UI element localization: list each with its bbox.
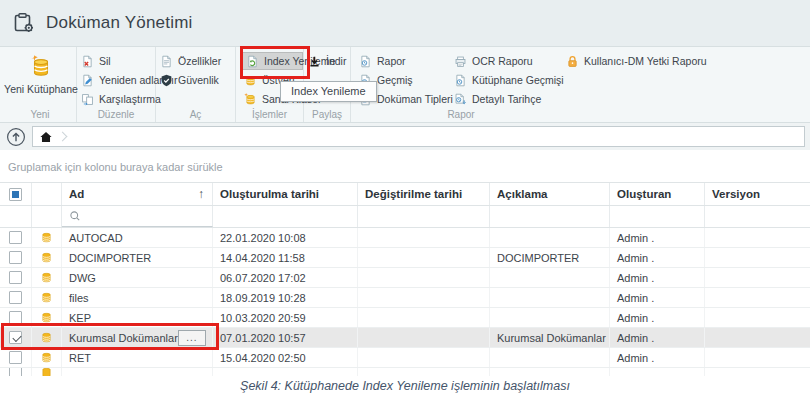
properties-button[interactable]: Özellikler: [156, 52, 235, 70]
cell-version: [705, 328, 810, 347]
table-row-partial[interactable]: [0, 368, 810, 376]
column-header-name[interactable]: Ad ↑: [62, 183, 213, 205]
table-row-selected[interactable]: Kurumsal Dokümanlar ... 07.01.2020 10:57…: [0, 328, 810, 348]
cell-modified: [358, 348, 490, 367]
cell-modified: [358, 308, 490, 327]
figure-caption: Şekil 4: Kütüphanede Index Yenileme işle…: [0, 379, 810, 393]
ribbon-toolbar: Yeni Kütüphane Yeni Sil Ye: [0, 47, 810, 123]
sort-ascending-icon[interactable]: ↑: [198, 187, 204, 201]
table-row[interactable]: AUTOCAD 22.01.2020 10:08 Admin .: [0, 228, 810, 248]
cell-created: 15.04.2020 02:50: [213, 348, 358, 367]
cell-modified: [358, 228, 490, 247]
cell-created: 14.04.2020 11:58: [213, 248, 358, 267]
cell-description: [490, 268, 610, 287]
filter-row: [0, 206, 810, 228]
row-checkbox[interactable]: [9, 368, 22, 376]
created-filter-input[interactable]: [213, 206, 358, 227]
cell-creator: Admin .: [610, 308, 705, 327]
properties-icon: [160, 55, 173, 68]
new-library-button[interactable]: Yeni Kütüphane: [4, 52, 78, 96]
cell-version: [705, 348, 810, 367]
column-header-modified[interactable]: Değiştirilme tarihi: [358, 183, 490, 205]
up-button[interactable]: [6, 127, 26, 147]
detailed-history-button[interactable]: Detaylı Tarihçe: [450, 90, 560, 108]
cell-name: files: [62, 288, 213, 307]
table-header-row: Ad ↑ Oluşturulma tarihi Değiştirilme tar…: [0, 182, 810, 206]
library-icon: [40, 351, 53, 364]
ocr-report-button[interactable]: OCR Raporu: [450, 52, 560, 70]
select-all-checkbox[interactable]: [9, 188, 22, 201]
rename-button[interactable]: Yeniden adlandır: [77, 71, 155, 89]
row-checkbox[interactable]: [9, 351, 22, 364]
cell-description: Kurumsal Dokümanlar: [490, 328, 610, 347]
group-by-bar[interactable]: Gruplamak için kolonu buraya kadar sürük…: [0, 150, 810, 182]
cell-description: [490, 228, 610, 247]
index-refresh-button[interactable]: Index Yenileme: [241, 52, 303, 70]
cell-creator: Admin .: [610, 288, 705, 307]
group-label-duzenle: Düzenle: [77, 109, 155, 120]
table-row[interactable]: DWG 06.07.2020 17:02 Admin .: [0, 268, 810, 288]
library-history-button[interactable]: Kütüphane Geçmişi: [450, 71, 560, 89]
ribbon-group-ac: Özellikler Güvenlik Aç: [156, 47, 236, 122]
group-label-yeni: Yeni: [4, 109, 76, 120]
creator-filter-input[interactable]: [610, 206, 705, 227]
cell-version: [705, 288, 810, 307]
row-checkbox[interactable]: [9, 251, 22, 264]
library-icon: [40, 368, 53, 376]
breadcrumb-chevron-icon: [58, 132, 68, 142]
database-new-icon: [28, 54, 54, 80]
cell-name: Kurumsal Dokümanlar ...: [62, 328, 213, 347]
download-button[interactable]: İndir: [304, 52, 350, 70]
document-management-window: Doküman Yönetimi Yeni Kütüphane Yeni: [0, 0, 810, 402]
library-icon: [40, 271, 53, 284]
column-header-created[interactable]: Oluşturulma tarihi: [213, 183, 358, 205]
cell-modified: [358, 328, 490, 347]
cell-created: 10.03.2020 20:59: [213, 308, 358, 327]
cell-creator: Admin .: [610, 348, 705, 367]
cell-description: [490, 348, 610, 367]
ocr-report-icon: [454, 55, 467, 68]
row-checkbox[interactable]: [9, 291, 22, 304]
report-icon: [359, 55, 372, 68]
delete-button[interactable]: Sil: [77, 52, 155, 70]
row-checkbox[interactable]: [9, 311, 22, 324]
row-checkbox[interactable]: [9, 231, 22, 244]
delete-icon: [81, 55, 94, 68]
icon-column-header[interactable]: [32, 183, 62, 205]
row-checkbox[interactable]: [9, 271, 22, 284]
name-filter-input[interactable]: [62, 206, 213, 227]
table-row[interactable]: RET 15.04.2020 02:50 Admin .: [0, 348, 810, 368]
library-icon: [40, 231, 53, 244]
library-icon: [40, 291, 53, 304]
column-header-description[interactable]: Açıklama: [490, 183, 610, 205]
cell-version: [705, 268, 810, 287]
row-checkbox-checked[interactable]: [9, 331, 22, 344]
index-refresh-icon: [246, 55, 259, 68]
table-row[interactable]: KEP 10.03.2020 20:59 Admin .: [0, 308, 810, 328]
description-filter-input[interactable]: [490, 206, 610, 227]
cell-name: RET: [62, 348, 213, 367]
lock-icon: [566, 55, 579, 68]
compare-button[interactable]: Karşılaştırma: [77, 90, 155, 108]
table-row[interactable]: DOCIMPORTER 14.04.2020 11:58 DOCIMPORTER…: [0, 248, 810, 268]
home-icon[interactable]: [39, 130, 53, 144]
index-refresh-tooltip: Index Yenileme: [280, 81, 377, 102]
modified-filter-input[interactable]: [358, 206, 490, 227]
cell-modified: [358, 268, 490, 287]
report-button[interactable]: Rapor: [355, 52, 448, 70]
virtual-folder-icon: [244, 93, 257, 106]
cell-name: AUTOCAD: [62, 228, 213, 247]
table-row[interactable]: files 18.09.2019 10:28 Admin .: [0, 288, 810, 308]
library-icon: [40, 311, 53, 324]
column-header-version[interactable]: Versiyon: [705, 183, 810, 205]
more-options-button[interactable]: ...: [178, 330, 206, 346]
breadcrumb-bar[interactable]: [32, 126, 805, 147]
column-header-creator[interactable]: Oluşturan: [610, 183, 705, 205]
user-dm-permission-report-button[interactable]: Kullanıcı-DM Yetki Raporu: [562, 52, 810, 70]
version-filter-input[interactable]: [705, 206, 810, 227]
document-management-icon: [12, 11, 36, 35]
cell-name: DOCIMPORTER: [62, 248, 213, 267]
cell-creator: Admin .: [610, 268, 705, 287]
security-button[interactable]: Güvenlik: [156, 71, 235, 89]
group-label-islemler: İşlemler: [236, 109, 303, 120]
